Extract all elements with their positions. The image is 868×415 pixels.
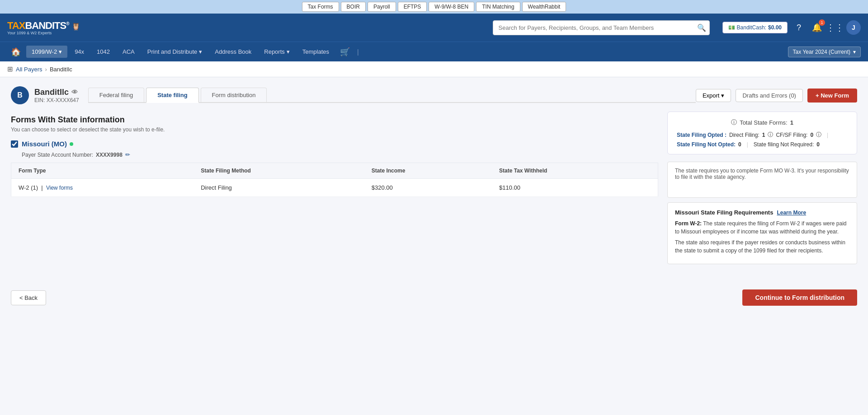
cfsf-count: 0 [810,132,813,138]
back-button[interactable]: < Back [11,290,46,305]
cfsf-filing-label: CF/SF Filing: [776,132,807,138]
bottom-bar: < Back Continue to Form distribution [11,282,857,306]
mo-req-body-2: The state also requires if the payer res… [675,238,849,255]
visibility-icon[interactable]: 👁 [71,89,78,96]
nav-item-templates[interactable]: Templates [297,46,335,58]
nav-item-1042[interactable]: 1042 [91,46,115,58]
left-column: Forms With State information You can cho… [11,112,658,197]
account-number: XXXX9998 [96,152,123,158]
payer-avatar: B [11,86,29,104]
content-area: Forms With State information You can cho… [11,112,857,264]
tab-federal-filing[interactable]: Federal filing [88,88,144,102]
tab-state-filing[interactable]: State filing [146,88,198,103]
info-icon-3: ⓘ [816,131,821,139]
nav-item-print-distribute[interactable]: Print and Distribute ▾ [142,46,208,58]
nav-item-94x[interactable]: 94x [69,46,90,58]
payroll-tab[interactable]: Payroll [368,2,396,12]
active-status-dot [70,142,73,146]
state-header: Missouri (MO) [11,140,658,148]
payer-header: B BanditIlc 👁 EIN: XX-XXXX647 Federal fi… [11,86,857,104]
info-icon-2: ⓘ [768,131,773,139]
logo-tax: TAX [7,20,25,31]
nav-label-templates: Templates [302,48,329,55]
help-button[interactable]: ? [792,21,806,34]
payer-ein: EIN: XX-XXXX647 [34,97,79,103]
logo[interactable]: TAXBANDITS® 🦉 Your 1099 & W2 Experts [7,20,80,35]
view-forms-link[interactable]: View forms [46,185,73,191]
w9-w8-ben-tab[interactable]: W-9/W-8 BEN [429,2,474,12]
state-checkbox[interactable] [11,140,18,148]
wealthrabbit-tab[interactable]: WealthRabbit [522,2,566,12]
cell-form-type: W-2 (1) | View forms [11,179,194,197]
chevron-down-icon-5: ▾ [721,92,724,99]
stats-total-count: 1 [790,119,793,126]
state-filing-opted-label: State Filing Opted : [677,132,726,138]
nav-item-reports[interactable]: Reports ▾ [259,46,295,58]
logo-owl-icon: 🦉 [71,23,80,30]
export-button[interactable]: Export ▾ [696,89,731,102]
direct-filing-count: 1 [762,132,765,138]
search-icon[interactable]: 🔍 [697,23,706,32]
stats-title: ⓘ Total State Forms: 1 [677,118,848,126]
payer-info: BanditIlc 👁 EIN: XX-XXXX647 [34,88,79,103]
tax-forms-tab[interactable]: Tax Forms [302,2,339,12]
direct-filing-label: Direct Filing: [729,132,760,138]
tin-matching-tab[interactable]: TIN Matching [476,2,520,12]
state-left: Missouri (MO) Payer State Account Number… [11,140,658,197]
stats-box: ⓘ Total State Forms: 1 State Filing Opte… [667,112,857,154]
nav-label-94x: 94x [75,48,84,55]
col-filing-method: State Filing Method [193,163,364,179]
bandit-cash-amount: $0.00 [768,24,782,31]
right-column: ⓘ Total State Forms: 1 State Filing Opte… [667,112,857,264]
col-form-type: Form Type [11,163,194,179]
payer-account-row: Payer State Account Number: XXXX9998 ✏ [22,151,658,158]
breadcrumb-current: BanditIlc [50,66,72,73]
breadcrumb-separator: › [45,66,47,73]
search-input[interactable] [493,20,710,35]
top-banner: Tax Forms BOIR Payroll EFTPS W-9/W-8 BEN… [0,0,868,14]
nav-label-print-distribute: Print and Distribute [147,48,198,55]
nav-item-address-book[interactable]: Address Book [209,46,257,58]
tab-form-distribution[interactable]: Form distribution [201,88,267,102]
grid-icon[interactable]: ⊞ [7,65,13,73]
notifications-button[interactable]: 🔔 1 [810,21,824,34]
nav-item-aca[interactable]: ACA [117,46,140,58]
edit-icon[interactable]: ✏ [125,151,130,158]
nav-label-reports: Reports [264,48,285,55]
cell-filing-method: Direct Filing [193,179,364,197]
apps-button[interactable]: ⋮⋮ [828,21,842,34]
eftps-tab[interactable]: EFTPS [398,2,427,12]
not-required-label: State filing Not Required: [754,141,814,148]
chevron-down-icon-3: ▾ [287,48,290,55]
bandit-cash-icon: 💵 [728,24,735,31]
new-form-button[interactable]: + New Form [807,89,857,103]
nav-item-1099-w2[interactable]: 1099/W-2 ▾ [26,46,67,58]
bandit-cash-button[interactable]: 💵 BanditCash: $0.00 [722,22,788,33]
section-subtitle: You can choose to select or deselect the… [11,126,658,133]
payer-name: BanditIlc [34,88,69,97]
boir-tab[interactable]: BOIR [341,2,366,12]
mo-req-heading: Missouri State Filing Requirements [675,209,773,216]
tax-year-selector[interactable]: Tax Year 2024 (Current) ▾ [788,47,861,57]
chevron-down-icon-4: ▾ [853,49,856,55]
chevron-down-icon-2: ▾ [199,48,202,55]
drafts-errors-button[interactable]: Drafts and Errors (0) [736,89,802,102]
mo-requirements-box: Missouri State Filing Requirements Learn… [667,202,857,264]
header: TAXBANDITS® 🦉 Your 1099 & W2 Experts 🔍 💵… [0,14,868,42]
mo-req-body: Form W-2: The state requires the filing … [675,219,849,255]
learn-more-link[interactable]: Learn More [777,210,806,216]
form-table: Form Type State Filing Method State Inco… [11,163,658,197]
breadcrumb-all-payers[interactable]: All Payers [16,66,42,73]
avatar[interactable]: J [846,20,861,35]
cart-icon[interactable]: 🛒 [336,45,354,59]
continue-button[interactable]: Continue to Form distribution [742,289,857,306]
tax-year-label: Tax Year 2024 (Current) [793,49,850,55]
export-label: Export [703,92,720,99]
logo-bandits: BANDITS [25,20,66,31]
cell-tax-withheld: $110.00 [492,179,658,197]
notification-badge: 1 [819,19,825,26]
state-requirement-note: The state requires you to complete Form … [667,162,857,198]
header-actions: 💵 BanditCash: $0.00 ? 🔔 1 ⋮⋮ J [722,20,861,35]
mo-req-title: Missouri State Filing Requirements Learn… [675,209,849,216]
home-button[interactable]: 🏠 [7,45,24,59]
